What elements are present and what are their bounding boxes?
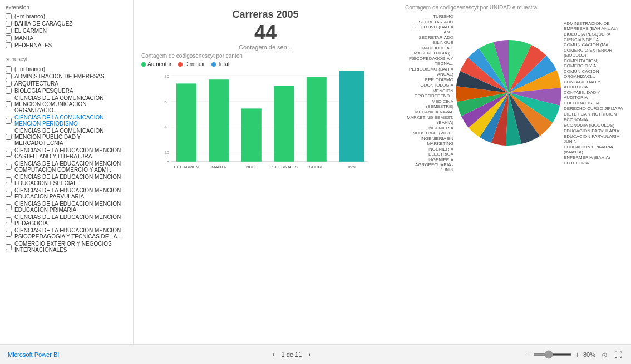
pie-label-right-item: ECONOMIA [564,117,623,122]
senescyt-item-label: CIENCIAS DE LA COMUNICACION MENCION PUBL… [14,128,127,146]
extension-item-label: MANTA [14,35,33,41]
svg-text:80: 80 [164,74,169,79]
legend-aumentar: Aumentar [141,61,171,67]
card-number: 44 [254,23,277,43]
bar-sucre[interactable] [307,77,327,162]
senescyt-item[interactable]: CIENCIAS DE LA EDUCACION MENCION EDUCACI… [6,187,127,200]
zoom-plus-button[interactable]: + [574,349,581,360]
zoom-slider[interactable] [533,353,572,356]
extension-item[interactable]: (Em branco) [6,13,127,19]
extension-item-label: BAHIA DE CARAQUEZ [14,21,72,27]
senescyt-checkbox[interactable] [6,134,12,140]
senescyt-item[interactable]: ARQUITECTURA [6,81,127,87]
senescyt-checkbox[interactable] [6,177,12,183]
senescyt-item[interactable]: CIENCIAS DE LA EDUCACION MENCION EDUCACI… [6,201,127,213]
extension-item[interactable]: MANTA [6,35,127,41]
bar-manta[interactable] [209,79,229,162]
senescyt-item[interactable]: CIENCIAS DE LA EDUCACION MENCION COMPUTA… [6,161,127,173]
left-panel: extension (Em branco)BAHIA DE CARAQUEZEL… [0,0,134,344]
pie-label-left-item: PSICOPEDAGOGIA Y TECNA... [405,56,453,66]
bottom-right-controls: − + 80% ⎋ ⛶ [524,349,623,360]
extension-list: (Em branco)BAHIA DE CARAQUEZEL CARMENMAN… [6,13,127,48]
bar-chart-svg: 80 60 40 20 0 [141,71,390,171]
power-bi-link[interactable]: Microsoft Power BI [8,351,59,358]
senescyt-item[interactable]: CIENCIAS DE LA COMUNICACION MENCION PERI… [6,114,127,127]
senescyt-checkbox[interactable] [6,66,12,72]
senescyt-item-label: CIENCIAS DE LA EDUCACION MENCION COMPUTA… [14,161,127,173]
senescyt-item[interactable]: CIENCIAS DE LA COMUNICACION MENCION COMU… [6,95,127,113]
bar-el-carmen[interactable] [176,83,196,161]
pie-label-left-item: MARKETING SEMEST. (BAHIA) [405,115,453,125]
extension-checkbox[interactable] [6,28,12,34]
pie-container: TURISMOSECRETARIADO EJECUTIVO (BAHIA AN.… [405,14,623,172]
svg-text:EL CARMEN: EL CARMEN [174,164,199,169]
senescyt-item-label: CIENCIAS DE LA EDUCACION MENCION CASTELL… [14,147,127,159]
senescyt-checkbox[interactable] [6,151,12,157]
senescyt-item[interactable]: (Em branco) [6,66,127,72]
pie-chart-title: Contagem de codigosenescyt por UNIDAD e … [405,4,623,11]
card-area: Carreras 2005 44 Contagem de sen... [141,4,390,53]
senescyt-checkbox[interactable] [6,81,12,87]
pie-label-right-item: COMERCIO EXTERIOR (MODULO) [564,48,623,58]
senescyt-checkbox[interactable] [6,73,12,79]
senescyt-item[interactable]: CIENCIAS DE LA EDUCACION MENCION PEDAGOG… [6,214,127,226]
senescyt-checkbox[interactable] [6,118,12,124]
svg-text:60: 60 [164,99,169,104]
bar-null[interactable] [241,108,262,161]
senescyt-checkbox[interactable] [6,164,12,170]
pie-label-right-item: ADMINISTRACION DE EMPRESAS (BAH ANUAL) [564,21,623,31]
next-page-button[interactable]: › [306,349,313,360]
senescyt-item[interactable]: CIENCIAS DE LA EDUCACION MENCION CASTELL… [6,147,127,159]
prev-page-button[interactable]: ‹ [270,349,277,360]
pie-label-left-item: PERIODISMO [405,77,453,82]
senescyt-checkbox[interactable] [6,88,12,94]
pie-labels-left: TURISMOSECRETARIADO EJECUTIVO (BAHIA AN.… [405,14,453,172]
pie-label-right-item: EDUCACION PARVULARIA [564,128,623,133]
senescyt-checkbox[interactable] [6,191,12,197]
extension-checkbox[interactable] [6,13,12,19]
pie-label-left-item: TURISMO [405,14,453,19]
senescyt-checkbox[interactable] [6,101,12,107]
senescyt-checkbox[interactable] [6,244,12,250]
senescyt-item[interactable]: ADMINISTRACION DE EMPRESAS [6,73,127,79]
card-title: Carreras 2005 [232,9,298,21]
pie-label-left-item: INGENIERIA INDUSTRIAL (VIEJ... [405,126,453,136]
senescyt-filter-label: senescyt [6,56,127,62]
senescyt-item[interactable]: BIOLOGIA PESQUERA [6,88,127,94]
pie-label-right-item: DERECHO CURSO JIPIJAPA [564,106,623,111]
senescyt-item[interactable]: CIENCIAS DE LA EDUCACION MENCION PSICOPE… [6,227,127,240]
extension-checkbox[interactable] [6,35,12,41]
senescyt-item[interactable]: CIENCIAS DE LA EDUCACION MENCION EDUCACI… [6,174,127,186]
extension-checkbox[interactable] [6,42,12,48]
senescyt-item-label: CIENCIAS DE LA EDUCACION MENCION PSICOPE… [14,227,127,240]
extension-item[interactable]: EL CARMEN [6,28,127,34]
extension-item[interactable]: BAHIA DE CARAQUEZ [6,21,127,27]
pie-label-right-item: COMUNICACION ORGANIZACI... [564,69,623,79]
fullscreen-button[interactable]: ⛶ [613,349,623,360]
pie-label-right-item: HOTELERIA [564,161,623,166]
pie-label-right-item: CULTURA FISICA [564,101,623,106]
senescyt-checkbox[interactable] [6,204,12,210]
diminuir-dot [178,62,183,67]
card-subtitle: Contagem de sen... [239,44,292,51]
pie-label-right-item: EDUCACION PARVULARIA - JUNIN [564,134,623,144]
pie-label-left-item: SECRETARIADO BILINGUE [405,35,453,45]
content-area: extension (Em branco)BAHIA DE CARAQUEZEL… [0,0,631,344]
svg-text:Total: Total [347,164,356,169]
bar-pedernales[interactable] [274,86,294,162]
page-info: 1 de 11 [282,351,302,358]
extension-item-label: EL CARMEN [14,28,47,34]
bar-total[interactable] [339,71,364,162]
senescyt-item[interactable]: CIENCIAS DE LA COMUNICACION MENCION PUBL… [6,128,127,146]
pie-label-left-item: MENCION DROGODEPEND... [405,88,453,98]
bottom-bar: Microsoft Power BI ‹ 1 de 11 › − + 80% ⎋… [0,344,631,364]
extension-item[interactable]: PEDERNALES [6,42,127,48]
senescyt-checkbox[interactable] [6,217,12,223]
extension-checkbox[interactable] [6,21,12,27]
share-button[interactable]: ⎋ [601,349,608,360]
senescyt-checkbox[interactable] [6,231,12,237]
senescyt-item[interactable]: COMERCIO EXTERIOR Y NEGOCIOS INTERNACION… [6,241,127,253]
svg-text:0: 0 [167,158,170,163]
zoom-minus-button[interactable]: − [524,349,531,360]
pie-label-right-item: ENFERMERIA (BAHIA) [564,155,623,160]
